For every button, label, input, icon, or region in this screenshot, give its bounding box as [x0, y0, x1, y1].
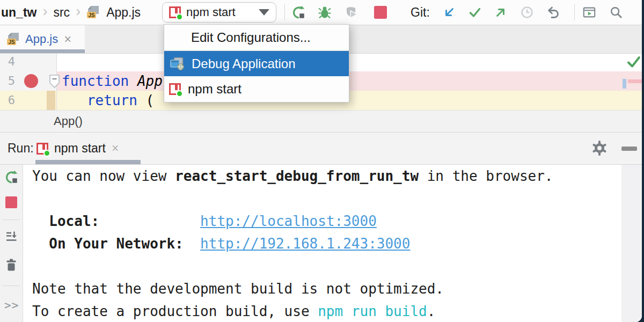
line-number-6: 6 [0, 91, 15, 110]
toolbar-separator [3, 219, 20, 220]
menu-item-debug-application[interactable]: Debug Application [164, 51, 349, 76]
rollback-button[interactable] [546, 5, 560, 19]
breadcrumb-dir[interactable]: src [53, 5, 70, 20]
clear-all-button[interactable] [4, 258, 18, 272]
npm-icon [169, 6, 181, 18]
profiler-icon [344, 5, 358, 19]
stop-button[interactable] [374, 6, 387, 19]
menu-item-edit-configurations[interactable]: Edit Configurations... [164, 25, 349, 50]
running-dot-icon [43, 150, 50, 157]
spacer [99, 213, 200, 229]
console-line-build: To create a production build, use npm ru… [32, 300, 553, 322]
menu-item-label: Edit Configurations... [191, 30, 311, 45]
close-tab-icon[interactable]: × [112, 141, 119, 156]
debug-button[interactable] [318, 5, 332, 19]
close-tab-icon[interactable]: × [64, 32, 71, 47]
git-update-button[interactable] [442, 5, 456, 19]
run-window-icon [582, 5, 596, 19]
rerun-button[interactable] [291, 5, 305, 19]
clock-icon [520, 5, 534, 19]
run-panel-header: Run: npm start × [0, 133, 642, 165]
chevron-down-icon [259, 9, 269, 16]
breadcrumb-project[interactable]: un_tw [1, 5, 36, 20]
git-push-button[interactable] [494, 5, 508, 19]
arrow-down-left-icon [442, 5, 456, 19]
code-line-5[interactable]: function App [62, 71, 163, 91]
run-anything-button[interactable] [582, 5, 596, 19]
main-toolbar: un_tw › src › JS App.js npm start [0, 0, 642, 25]
keyword-return: return [87, 92, 137, 108]
console-text: . [427, 303, 436, 319]
identifier-app: App [129, 73, 163, 89]
console-text: Note that the development build is not o… [32, 281, 444, 297]
svg-text:JS: JS [89, 12, 96, 18]
git-commit-button[interactable] [468, 5, 482, 19]
run-panel-title: Run: [8, 133, 34, 164]
console-line-1: You can now view react_start_debug_from_… [32, 165, 553, 187]
active-tab-underline [0, 49, 85, 53]
scroll-to-end-button[interactable] [4, 229, 18, 243]
line-number-5: 5 [0, 71, 15, 91]
scroll-to-end-icon [4, 229, 18, 243]
more-options-button[interactable]: >> [4, 299, 19, 312]
settings-gear-icon[interactable] [592, 141, 607, 156]
app-name-bold: react_start_debug_from_run_tw [175, 168, 419, 184]
inspection-ok-icon[interactable] [627, 55, 641, 69]
console-line-empty [32, 187, 553, 210]
search-everywhere-button[interactable] [609, 5, 623, 19]
menu-item-label: npm start [188, 82, 241, 97]
npm-icon [36, 143, 48, 155]
run-config-dropdown: Edit Configurations... Debug Application… [164, 24, 349, 103]
spacer [184, 236, 200, 252]
toolbar-separator [3, 286, 20, 286]
console-line-local: Local: http://localhost:3000 [32, 210, 553, 232]
line-number-4: 4 [0, 54, 15, 71]
code-line-6[interactable]: return ( [62, 91, 154, 110]
editor-breadcrumb-bar: App() [0, 110, 642, 133]
run-tab-label: npm start [54, 141, 106, 156]
stop-button[interactable] [5, 196, 17, 208]
breadcrumb-file[interactable]: App.js [106, 5, 141, 20]
tab-label: App.js [25, 32, 58, 46]
error-stripe-mark-blue[interactable] [623, 79, 626, 89]
indent [62, 92, 87, 108]
local-label: Local: [32, 213, 99, 229]
code-fold-icon[interactable] [49, 74, 60, 89]
toolbar-separator [574, 4, 575, 20]
console-text: To create a production build, use [32, 303, 318, 319]
run-config-label: npm start [186, 5, 236, 19]
checkmark-icon [468, 5, 482, 19]
arrow-up-right-icon [494, 5, 508, 19]
chevron-right-icon: › [42, 3, 47, 20]
console-toolbar: >> [0, 165, 23, 322]
localhost-link[interactable]: http://localhost:3000 [200, 213, 377, 229]
code-rest: ( [137, 92, 154, 108]
console-text: in the browser. [419, 168, 553, 184]
console-line-empty [32, 255, 553, 277]
history-button[interactable] [520, 5, 534, 19]
console-scrollbar-track[interactable] [621, 165, 642, 322]
menu-item-npm-start[interactable]: npm start [164, 76, 349, 102]
menu-item-label: Debug Application [192, 56, 295, 71]
toolbar-separator [284, 4, 285, 20]
hide-panel-button[interactable] [621, 147, 637, 151]
npm-icon [169, 83, 181, 95]
modified-lines-marker [47, 91, 55, 110]
rerun-button[interactable] [4, 170, 18, 184]
network-label: On Your Network: [32, 236, 184, 252]
breadcrumb: un_tw › src › JS App.js [1, 0, 141, 25]
chevron-right-icon: › [76, 3, 80, 20]
rerun-icon [291, 5, 305, 19]
profiler-button[interactable] [344, 5, 358, 19]
network-link[interactable]: http://192.168.1.243:3000 [200, 236, 410, 252]
error-stripe-mark-pink[interactable] [628, 79, 642, 83]
breakpoint-icon[interactable] [24, 74, 38, 88]
run-config-selector[interactable]: npm start [162, 2, 276, 23]
console-output: You can now view react_start_debug_from_… [32, 165, 553, 322]
bug-icon [318, 5, 332, 19]
search-icon [609, 5, 623, 20]
breadcrumb-function[interactable]: App() [54, 111, 83, 132]
rerun-icon [4, 170, 18, 184]
git-label: Git: [411, 0, 430, 25]
undo-arrow-icon [546, 5, 560, 19]
